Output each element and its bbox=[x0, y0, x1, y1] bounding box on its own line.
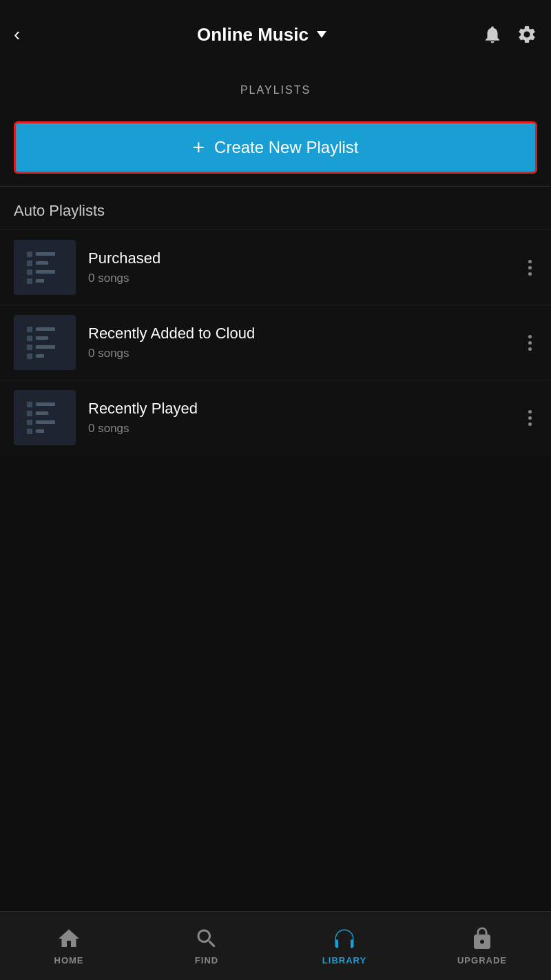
playlist-thumbnail bbox=[14, 390, 76, 445]
title-group[interactable]: Online Music bbox=[197, 24, 326, 45]
playlist-count: 0 songs bbox=[88, 272, 510, 285]
search-icon bbox=[194, 926, 219, 951]
playlist-item[interactable]: Purchased 0 songs bbox=[0, 229, 551, 305]
settings-icon[interactable] bbox=[517, 24, 537, 45]
playlist-count: 0 songs bbox=[88, 347, 510, 360]
top-bar: ‹ Online Music bbox=[0, 0, 551, 69]
nav-library-label: LIBRARY bbox=[322, 955, 366, 966]
more-options-button[interactable] bbox=[523, 254, 537, 281]
headphones-icon bbox=[332, 926, 357, 951]
playlist-info: Purchased 0 songs bbox=[88, 249, 510, 285]
plus-icon: + bbox=[193, 136, 205, 159]
back-button[interactable]: ‹ bbox=[14, 23, 41, 45]
create-new-playlist-button[interactable]: + Create New Playlist bbox=[14, 121, 537, 174]
playlist-name: Recently Added to Cloud bbox=[88, 325, 510, 343]
empty-space bbox=[0, 455, 551, 813]
dropdown-arrow-icon bbox=[317, 31, 326, 38]
playlists-section-header: PLAYLISTS bbox=[0, 69, 551, 109]
playlist-item[interactable]: Recently Added to Cloud 0 songs bbox=[0, 305, 551, 380]
nav-library[interactable]: LIBRARY bbox=[276, 926, 413, 966]
create-btn-label: Create New Playlist bbox=[214, 138, 358, 157]
playlist-info: Recently Added to Cloud 0 songs bbox=[88, 325, 510, 360]
playlist-name: Recently Played bbox=[88, 400, 510, 418]
more-options-button[interactable] bbox=[523, 329, 537, 356]
more-options-button[interactable] bbox=[523, 405, 537, 431]
auto-playlists-label: Auto Playlists bbox=[0, 187, 551, 229]
nav-upgrade-label: UPGRADE bbox=[457, 955, 507, 966]
nav-home-label: HOME bbox=[54, 955, 84, 966]
playlist-count: 0 songs bbox=[88, 422, 510, 436]
notification-icon[interactable] bbox=[482, 24, 503, 45]
lock-icon bbox=[470, 926, 495, 951]
playlist-thumbnail bbox=[14, 315, 76, 370]
home-icon bbox=[56, 926, 81, 951]
nav-upgrade[interactable]: UPGRADE bbox=[413, 926, 551, 966]
page-title: Online Music bbox=[197, 24, 309, 45]
playlist-item[interactable]: Recently Played 0 songs bbox=[0, 380, 551, 455]
nav-find-label: FIND bbox=[195, 955, 218, 966]
create-btn-wrapper: + Create New Playlist bbox=[0, 109, 551, 186]
nav-find[interactable]: FIND bbox=[138, 926, 276, 966]
playlist-thumbnail bbox=[14, 240, 76, 295]
playlist-info: Recently Played 0 songs bbox=[88, 400, 510, 436]
top-icons bbox=[482, 24, 537, 45]
nav-home[interactable]: HOME bbox=[0, 926, 138, 966]
playlist-name: Purchased bbox=[88, 249, 510, 267]
bottom-navigation: HOME FIND LIBRARY UPGRADE bbox=[0, 911, 551, 980]
